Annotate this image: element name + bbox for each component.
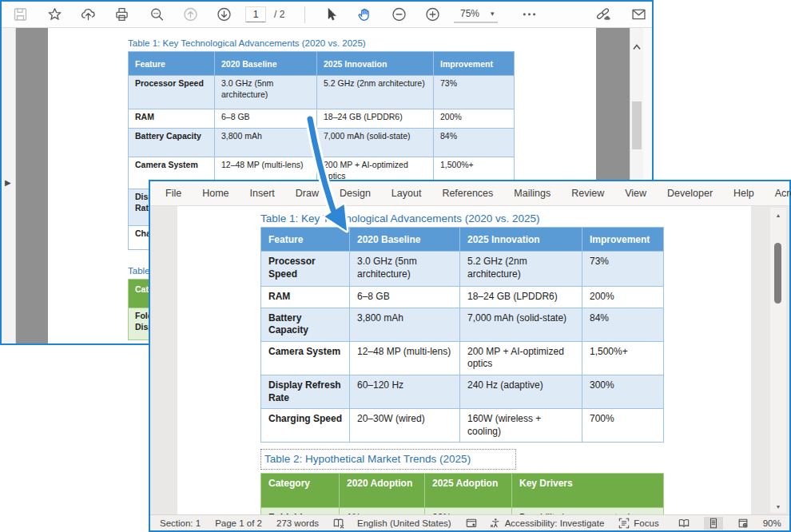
status-right-group: Focus 90% <box>618 517 781 530</box>
table-cell: 84% <box>582 308 664 341</box>
favorite-star-icon[interactable] <box>46 6 63 23</box>
scroll-down-icon[interactable]: ▼ <box>770 504 786 510</box>
table-cell: 60–120 Hz <box>350 375 460 408</box>
zoom-in-icon[interactable] <box>424 6 441 23</box>
focus-label: Focus <box>634 518 658 528</box>
print-icon[interactable] <box>113 6 130 23</box>
table-cell: 5.2 GHz (2nm architecture) <box>460 252 582 287</box>
read-mode-button[interactable] <box>674 517 694 530</box>
table-cell: 200% <box>582 287 664 308</box>
table-row: Battery Capacity3,800 mAh7,000 mAh (soli… <box>129 129 515 157</box>
table-cell: RAM <box>261 287 350 308</box>
menu-tab-review[interactable]: Review <box>561 182 614 205</box>
focus-button[interactable]: Focus <box>618 518 658 529</box>
pdf-table1-title: Table 1: Key Technological Advancements … <box>128 38 596 48</box>
table-cell: 300% <box>582 375 664 408</box>
table-cell: 7,000 mAh (solid-state) <box>317 129 434 157</box>
menu-tab-view[interactable]: View <box>614 182 657 205</box>
table-row: Charging Speed20–30W (wired)160W (wirele… <box>261 409 664 443</box>
zoom-dropdown-caret-icon: ▾ <box>491 10 495 18</box>
web-layout-button[interactable] <box>733 517 753 530</box>
table-header-cell: Improvement <box>434 52 515 76</box>
status-page[interactable]: Page 1 of 2 <box>215 518 262 528</box>
page-down-icon[interactable] <box>216 6 233 23</box>
status-accessibility[interactable]: Accessibility: Investigate <box>490 518 605 529</box>
menu-tab-help[interactable]: Help <box>723 182 765 205</box>
table-cell: 7,000 mAh (solid-state) <box>460 308 582 341</box>
word-table1-title: Table 1: Key Technological Advancements … <box>260 212 751 224</box>
status-zoom[interactable]: 90% <box>763 518 781 528</box>
word-ribbon-tabs: FileHomeInsertDrawDesignLayoutReferences… <box>150 181 789 206</box>
page-total-label: / 2 <box>274 9 284 20</box>
toolbar-divider <box>304 6 305 23</box>
table-row: Display Refresh Rate60–120 Hz240 Hz (ada… <box>261 375 664 408</box>
table-row: Camera System12–48 MP (multi-lens)200 MP… <box>261 341 664 375</box>
table-cell: 1% <box>340 508 425 514</box>
menu-tab-insert[interactable]: Insert <box>240 182 285 205</box>
table-cell: 3.0 GHz (5nm architecture) <box>350 252 460 287</box>
table-cell: 84% <box>434 129 515 157</box>
scroll-up-chevron-icon[interactable] <box>633 39 641 54</box>
email-icon[interactable] <box>630 6 647 23</box>
table-cell: Battery Capacity <box>129 129 215 157</box>
page-number-field[interactable] <box>245 6 266 22</box>
page-number-input[interactable] <box>245 6 266 22</box>
save-icon[interactable] <box>12 6 29 23</box>
table-header-cell: 2020 Adoption <box>340 474 425 508</box>
status-language[interactable]: English (United States) <box>357 518 451 528</box>
proofing-errors-icon[interactable] <box>333 518 344 529</box>
table-header-cell: 2020 Baseline <box>215 52 317 76</box>
hand-tool-icon[interactable] <box>356 6 373 23</box>
table-cell: 73% <box>434 76 515 109</box>
zoom-level-control[interactable]: 75% ▾ <box>454 6 498 23</box>
menu-tab-mailings[interactable]: Mailings <box>503 182 561 205</box>
search-icon[interactable] <box>149 6 165 23</box>
word-scrollbar[interactable]: ▲ ▼ <box>770 208 786 513</box>
macro-record-icon[interactable] <box>466 518 477 529</box>
table-header-cell: 2025 Innovation <box>317 52 434 76</box>
menu-tab-layout[interactable]: Layout <box>381 182 432 205</box>
table-cell: 200% <box>434 109 515 129</box>
page-up-icon[interactable] <box>182 6 199 23</box>
table-header-row: Feature2020 Baseline2025 InnovationImpro… <box>261 228 664 252</box>
table-row: Battery Capacity3,800 mAh7,000 mAh (soli… <box>261 308 664 341</box>
table-cell: Durability improvements, lower <box>512 508 664 514</box>
menu-tab-draw[interactable]: Draw <box>285 182 329 205</box>
scroll-up-icon[interactable]: ▲ <box>770 212 786 218</box>
select-cursor-icon[interactable] <box>323 6 340 23</box>
table-cell: 3.0 GHz (5nm architecture) <box>215 76 317 109</box>
expand-pane-arrow-icon[interactable]: ▶ <box>5 178 11 187</box>
status-word-count[interactable]: 273 words <box>276 518 319 528</box>
focus-icon <box>618 518 630 529</box>
cloud-upload-icon[interactable] <box>80 6 97 23</box>
table-row: Processor Speed3.0 GHz (5nm architecture… <box>261 252 664 287</box>
table-header-cell: 2020 Baseline <box>350 228 460 252</box>
table-cell: 5.2 GHz (2nm architecture) <box>317 76 434 109</box>
table-header-cell: Feature <box>129 52 215 76</box>
menu-tab-file[interactable]: File <box>155 182 192 205</box>
menu-tab-references[interactable]: References <box>431 182 503 205</box>
table-cell: Display Refresh Rate <box>261 375 350 408</box>
table-row: Foldable Displays1%28%Durability improve… <box>261 508 664 514</box>
menu-tab-home[interactable]: Home <box>192 182 239 205</box>
menu-tab-design[interactable]: Design <box>329 182 381 205</box>
share-link-icon[interactable] <box>594 6 611 23</box>
pdf-scrollbar-thumb[interactable] <box>632 101 642 149</box>
table-cell: 18–24 GB (LPDDR6) <box>317 109 434 129</box>
table-cell: 73% <box>582 252 664 287</box>
table-row: RAM6–8 GB18–24 GB (LPDDR6)200% <box>261 287 664 308</box>
menu-tab-acrobat[interactable]: Acrobat <box>765 182 791 205</box>
word-document-area: Table 1: Key Technological Advancements … <box>150 206 789 514</box>
table-cell: 12–48 MP (multi-lens) <box>350 341 460 375</box>
word-scrollbar-thumb[interactable] <box>774 243 781 304</box>
menu-tab-developer[interactable]: Developer <box>657 182 723 205</box>
zoom-out-icon[interactable] <box>391 6 407 23</box>
status-section[interactable]: Section: 1 <box>160 518 201 528</box>
table-header-cell: Feature <box>261 228 350 252</box>
table-cell: 1,500%+ <box>582 341 664 375</box>
table-cell: Processor Speed <box>129 76 215 109</box>
more-tools-ellipsis-icon[interactable] <box>521 6 538 23</box>
word-page: Table 1: Key Technological Advancements … <box>177 206 751 514</box>
table-row: RAM6–8 GB18–24 GB (LPDDR6)200% <box>129 109 515 129</box>
print-layout-button[interactable] <box>704 517 723 530</box>
